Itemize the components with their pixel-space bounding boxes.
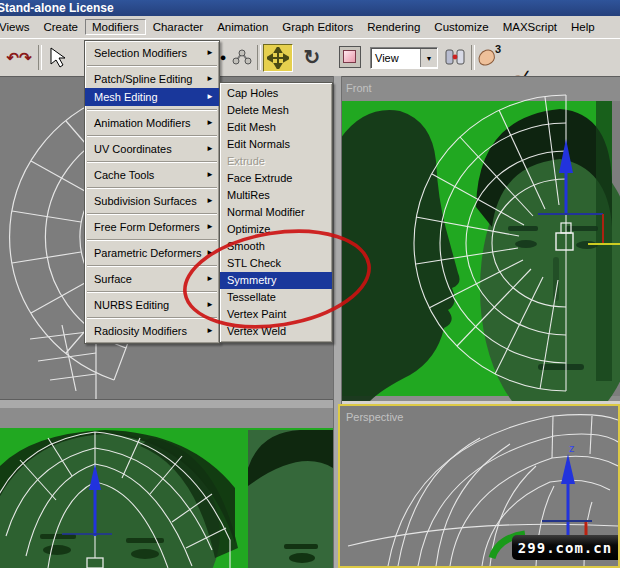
select-and-scale-button[interactable] [338,44,362,70]
watermark-badge: 299.com.cn [512,535,618,560]
coordinate-system-value: View [371,52,420,64]
undo-icon[interactable]: ↶ [6,50,19,65]
submenu-item-vertex-paint[interactable]: Vertex Paint [220,306,332,323]
menu-item-surface[interactable]: Surface ► [85,270,219,288]
submenu-arrow-icon: ► [206,44,214,62]
move-arrows-icon [267,47,289,69]
bind-dot-icon: ● [220,51,227,63]
menu-separator [87,135,217,137]
snap-toggle-button[interactable]: 3 [477,44,501,70]
menu-item-label: Mesh Editing [94,91,158,103]
profile-face-photo [340,110,460,401]
menu-separator [87,265,217,267]
viewport-front[interactable]: Front [340,76,620,401]
z-axis-label: z [569,442,575,454]
modifiers-dropdown-menu: Selection Modifiers ► Patch/Spline Editi… [84,40,220,344]
menu-item-label: Delete Mesh [227,104,289,116]
menu-rendering[interactable]: Rendering [360,19,427,35]
menu-item-free-form-deformers[interactable]: Free Form Deformers ► [85,218,219,236]
toolbar-separator [38,45,42,70]
molecule-icon [231,47,253,67]
submenu-arrow-icon: ► [206,244,214,262]
menu-item-animation-modifiers[interactable]: Animation Modifiers ► [85,114,219,132]
menu-item-label: UV Coordinates [94,143,172,155]
reference-coordinate-dropdown[interactable]: View ▼ [370,47,438,69]
rotate-icon: ↻ [304,45,321,69]
menu-item-uv-coordinates[interactable]: UV Coordinates ► [85,140,219,158]
menu-separator [87,65,217,67]
mirror-button[interactable] [442,44,468,70]
viewport-front-label: Front [346,82,372,94]
menu-views[interactable]: Views [0,19,36,35]
window-title: Stand-alone License [0,1,114,15]
submenu-arrow-icon: ► [206,322,214,340]
menu-item-label: Cap Holes [227,87,278,99]
dropdown-arrow-icon[interactable]: ▼ [420,49,437,67]
menu-separator [87,161,217,163]
submenu-item-normal-modifier[interactable]: Normal Modifier [220,204,332,221]
menu-item-label: Edit Mesh [227,121,276,133]
menu-create[interactable]: Create [36,19,85,35]
submenu-item-optimize[interactable]: Optimize [220,221,332,238]
menu-item-label: Face Extrude [227,172,292,184]
submenu-arrow-icon: ► [206,88,214,106]
undo-redo-buttons[interactable]: ↶ ↷ [3,44,35,70]
menu-maxscript[interactable]: MAXScript [496,19,564,35]
select-and-move-button[interactable] [263,44,293,72]
menu-item-label: Vertex Weld [227,325,286,337]
viewport-perspective-label: Perspective [346,411,403,423]
submenu-item-extrude: Extrude [220,153,332,170]
menu-help[interactable]: Help [564,19,602,35]
menu-item-label: Surface [94,273,132,285]
submenu-arrow-icon: ► [206,140,214,158]
menu-item-label: STL Check [227,257,281,269]
submenu-item-stl-check[interactable]: STL Check [220,255,332,272]
mirror-icon [444,47,466,67]
menu-item-selection-modifiers[interactable]: Selection Modifiers ► [85,44,219,62]
menu-item-subdivision-surfaces[interactable]: Subdivision Surfaces ► [85,192,219,210]
menu-animation[interactable]: Animation [210,19,275,35]
submenu-item-smooth[interactable]: Smooth [220,238,332,255]
menu-character[interactable]: Character [146,19,211,35]
menu-item-label: Selection Modifiers [94,47,187,59]
redo-icon[interactable]: ↷ [19,50,32,65]
submenu-item-face-extrude[interactable]: Face Extrude [220,170,332,187]
watermark-text: 299.com.cn [518,540,612,556]
viewport-bottom-left[interactable] [0,408,333,568]
menu-item-label: Vertex Paint [227,308,286,320]
menu-item-label: Patch/Spline Editing [94,73,192,85]
menu-modifiers[interactable]: Modifiers [85,19,146,35]
menu-customize[interactable]: Customize [427,19,495,35]
submenu-item-tessellate[interactable]: Tessellate [220,289,332,306]
submenu-item-delete-mesh[interactable]: Delete Mesh [220,102,332,119]
menu-item-label: Animation Modifiers [94,117,191,129]
submenu-item-edit-normals[interactable]: Edit Normals [220,136,332,153]
menu-item-mesh-editing[interactable]: Mesh Editing ► [85,88,219,106]
submenu-arrow-icon: ► [206,114,214,132]
unlink-selection-button[interactable] [230,44,254,70]
menu-graph-editors[interactable]: Graph Editors [275,19,360,35]
viewport-perspective[interactable]: Perspective z [338,404,620,568]
select-object-button[interactable] [44,44,70,70]
menu-item-nurbs-editing[interactable]: NURBS Editing ► [85,296,219,314]
menu-item-parametric-deformers[interactable]: Parametric Deformers ► [85,244,219,262]
menu-bar: Views Create Modifiers Character Animati… [0,16,620,39]
menu-item-label: Edit Normals [227,138,290,150]
title-bar[interactable]: Stand-alone License [0,0,620,16]
select-and-rotate-button[interactable]: ↻ [297,44,327,70]
submenu-item-cap-holes[interactable]: Cap Holes [220,85,332,102]
menu-item-patch-spline-editing[interactable]: Patch/Spline Editing ► [85,70,219,88]
mesh-editing-submenu: Cap Holes Delete Mesh Edit Mesh Edit Nor… [219,82,333,343]
menu-separator [87,109,217,111]
menu-item-label: Symmetry [227,274,277,286]
submenu-item-symmetry[interactable]: Symmetry [220,272,332,289]
submenu-item-edit-mesh[interactable]: Edit Mesh [220,119,332,136]
menu-item-label: Smooth [227,240,265,252]
select-cursor-icon [48,47,66,68]
menu-separator [87,239,217,241]
menu-item-radiosity-modifiers[interactable]: Radiosity Modifiers ► [85,322,219,340]
menu-item-cache-tools[interactable]: Cache Tools ► [85,166,219,184]
submenu-item-multires[interactable]: MultiRes [220,187,332,204]
menu-separator [87,317,217,319]
submenu-item-vertex-weld[interactable]: Vertex Weld [220,323,332,340]
